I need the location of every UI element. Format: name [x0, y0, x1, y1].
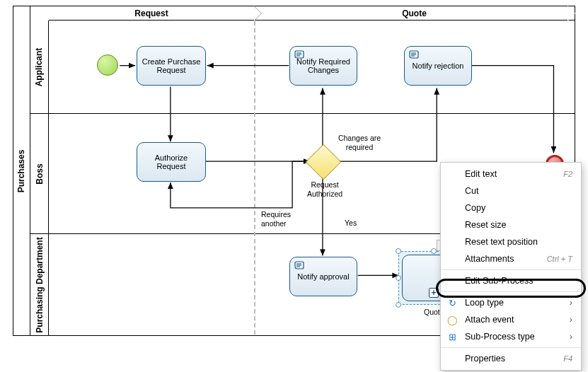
lane-title-text: Boss — [35, 163, 45, 184]
menu-properties[interactable]: Properties F4 — [441, 350, 581, 367]
menu-attachments[interactable]: Attachments Ctrl + T — [441, 250, 581, 267]
gateway-label-requires: Requires another — [261, 210, 298, 228]
menu-edit-subprocess[interactable]: Edit Sub-Process — [441, 272, 581, 289]
menu-label: Reset size — [465, 220, 506, 230]
task-notify-approval[interactable]: Notify approval — [289, 257, 357, 296]
task-authorize[interactable]: Authorize Request — [137, 142, 206, 182]
menu-edit-text[interactable]: Edit text F2 — [441, 165, 581, 182]
task-label: Notify rejection — [413, 62, 464, 70]
flow-label-yes: Yes — [345, 219, 357, 228]
menu-shortcut: Ctrl + T — [547, 255, 572, 263]
lane-title: Boss — [30, 114, 49, 233]
task-notify-changes[interactable]: Notify Required Changes — [289, 46, 357, 86]
resize-handle[interactable] — [396, 248, 401, 254]
lane-title-text: Applicant — [35, 47, 45, 86]
pool-title: Purchases — [13, 6, 30, 335]
pool-title-text: Purchases — [17, 149, 27, 192]
menu-attach-event[interactable]: ◯ Attach event › — [441, 311, 581, 328]
menu-separator — [441, 347, 581, 348]
menu-label: Attachments — [465, 254, 514, 264]
script-icon — [409, 50, 419, 62]
menu-subprocess-type[interactable]: ⊞ Sub-Process type › — [441, 328, 581, 345]
task-create-request[interactable]: Create Purchase Request — [137, 46, 206, 86]
gateway-label-changes: Changes are required — [335, 134, 384, 151]
menu-shortcut: F2 — [563, 170, 572, 178]
menu-copy[interactable]: Copy — [441, 199, 581, 216]
task-notify-rejection[interactable]: Notify rejection — [404, 46, 472, 86]
menu-label: Cut — [465, 186, 478, 196]
menu-reset-text-position[interactable]: Reset text position — [441, 233, 581, 250]
chevron-right-icon: › — [570, 332, 572, 342]
resize-handle[interactable] — [396, 275, 401, 281]
lane-title-text: Purchasing Department — [35, 237, 45, 332]
resize-handle[interactable] — [431, 248, 437, 254]
menu-label: Edit Sub-Process — [465, 276, 534, 286]
subprocess-icon: ⊞ — [446, 332, 458, 342]
expand-icon[interactable]: + — [429, 288, 439, 298]
circle-icon: ◯ — [446, 315, 458, 325]
menu-cut[interactable]: Cut — [441, 182, 581, 199]
menu-shortcut: F4 — [563, 354, 572, 363]
loop-icon: ↻ — [446, 298, 458, 308]
menu-reset-size[interactable]: Reset size — [441, 216, 581, 233]
menu-label: Copy — [465, 203, 485, 213]
task-label: Notify approval — [297, 272, 349, 281]
gateway-label-authorized: Request Authorized — [305, 180, 345, 198]
phase-label: Request — [134, 8, 168, 18]
task-label: Create Purchase Request — [140, 57, 202, 74]
script-icon — [294, 260, 304, 272]
menu-label: Reset text position — [465, 237, 538, 247]
phase-header: Request Quote — [49, 6, 575, 21]
chevron-right-icon: › — [570, 315, 572, 325]
context-menu: Edit text F2 Cut Copy Reset size Reset t… — [440, 162, 582, 371]
menu-label: Edit text — [465, 169, 497, 179]
lane-title: Purchasing Department — [30, 234, 49, 336]
menu-label: Properties — [465, 354, 505, 364]
start-event[interactable] — [97, 54, 118, 76]
menu-separator — [441, 269, 581, 270]
menu-label: Sub-Process type — [465, 332, 535, 342]
task-label: Authorize Request — [140, 153, 202, 170]
chevron-right-icon: › — [570, 298, 572, 308]
menu-separator — [441, 291, 581, 292]
phase-label: Quote — [402, 8, 427, 18]
menu-label: Loop type — [465, 298, 504, 308]
phase-quote[interactable]: Quote — [254, 6, 575, 20]
script-icon — [294, 50, 304, 62]
menu-label: Attach event — [465, 315, 514, 325]
phase-request[interactable]: Request — [49, 6, 254, 20]
menu-loop-type[interactable]: ↻ Loop type › — [441, 294, 581, 311]
lane-title: Applicant — [30, 21, 49, 113]
resize-handle[interactable] — [396, 302, 401, 308]
